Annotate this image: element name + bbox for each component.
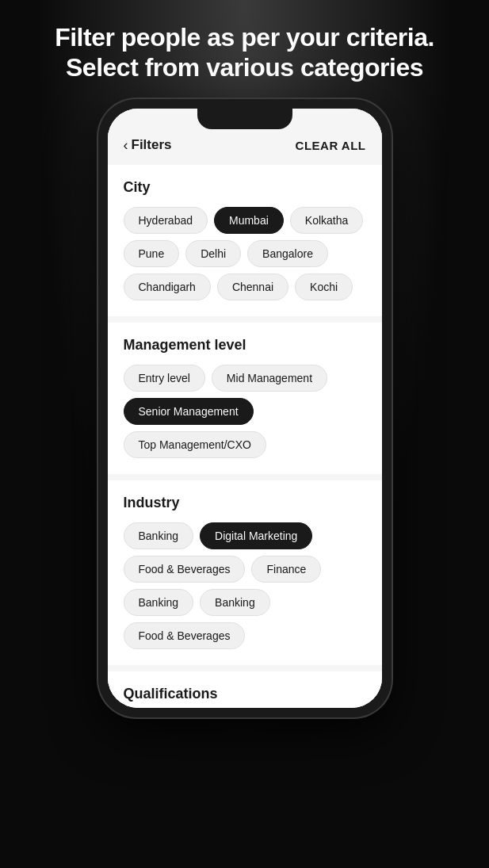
section-city: CityHyderabadMumbaiKolkathaPuneDelhiBang… bbox=[108, 165, 382, 316]
chip-city-6[interactable]: Chandigarh bbox=[124, 273, 211, 300]
back-chevron-icon: ‹ bbox=[124, 137, 128, 154]
section-title-management: Management level bbox=[124, 337, 366, 354]
section-management: Management levelEntry levelMid Managemen… bbox=[108, 323, 382, 474]
section-industry: IndustryBankingDigital MarketingFood & B… bbox=[108, 480, 382, 665]
chip-industry-5[interactable]: Banking bbox=[200, 589, 270, 616]
chip-management-2[interactable]: Senior Management bbox=[124, 398, 254, 425]
chip-industry-2[interactable]: Food & Beverages bbox=[124, 556, 246, 583]
back-button[interactable]: ‹ Filters bbox=[124, 137, 172, 154]
section-qualifications: QualificationsProfessional CourseDoctrat… bbox=[108, 671, 382, 708]
chip-city-7[interactable]: Chennai bbox=[217, 273, 288, 300]
phone-frame: ‹ Filters CLEAR ALL CityHyderabadMumbaiK… bbox=[98, 99, 392, 717]
section-title-industry: Industry bbox=[124, 495, 366, 511]
notch bbox=[197, 109, 292, 129]
clear-all-button[interactable]: CLEAR ALL bbox=[296, 139, 366, 152]
chip-management-3[interactable]: Top Management/CXO bbox=[124, 431, 266, 458]
scroll-area: CityHyderabadMumbaiKolkathaPuneDelhiBang… bbox=[108, 165, 382, 708]
chip-management-1[interactable]: Mid Management bbox=[212, 365, 327, 392]
chip-industry-3[interactable]: Finance bbox=[251, 556, 321, 583]
chip-industry-0[interactable]: Banking bbox=[124, 522, 194, 549]
chip-city-8[interactable]: Kochi bbox=[295, 273, 353, 300]
chip-city-4[interactable]: Delhi bbox=[185, 240, 241, 267]
chip-city-3[interactable]: Pune bbox=[124, 240, 180, 267]
chip-industry-4[interactable]: Banking bbox=[124, 589, 194, 616]
chip-industry-1[interactable]: Digital Marketing bbox=[200, 522, 312, 549]
chip-industry-6[interactable]: Food & Beverages bbox=[124, 622, 246, 649]
section-title-city: City bbox=[124, 179, 366, 196]
chip-row-city: HyderabadMumbaiKolkathaPuneDelhiBangalor… bbox=[124, 207, 366, 300]
chip-city-0[interactable]: Hyderabad bbox=[124, 207, 208, 234]
chip-row-management: Entry levelMid ManagementSenior Manageme… bbox=[124, 365, 366, 458]
filter-title: Filters bbox=[132, 137, 172, 153]
screen-content: ‹ Filters CLEAR ALL CityHyderabadMumbaiK… bbox=[108, 109, 382, 708]
chip-management-0[interactable]: Entry level bbox=[124, 365, 205, 392]
section-title-qualifications: Qualifications bbox=[124, 686, 366, 702]
chip-row-industry: BankingDigital MarketingFood & Beverages… bbox=[124, 522, 366, 649]
chip-city-2[interactable]: Kolkatha bbox=[290, 207, 363, 234]
phone-screen: ‹ Filters CLEAR ALL CityHyderabadMumbaiK… bbox=[108, 109, 382, 708]
chip-city-1[interactable]: Mumbai bbox=[214, 207, 284, 234]
headline: Filter people as per your criteria. Sele… bbox=[0, 0, 489, 99]
chip-city-5[interactable]: Bangalore bbox=[247, 240, 328, 267]
